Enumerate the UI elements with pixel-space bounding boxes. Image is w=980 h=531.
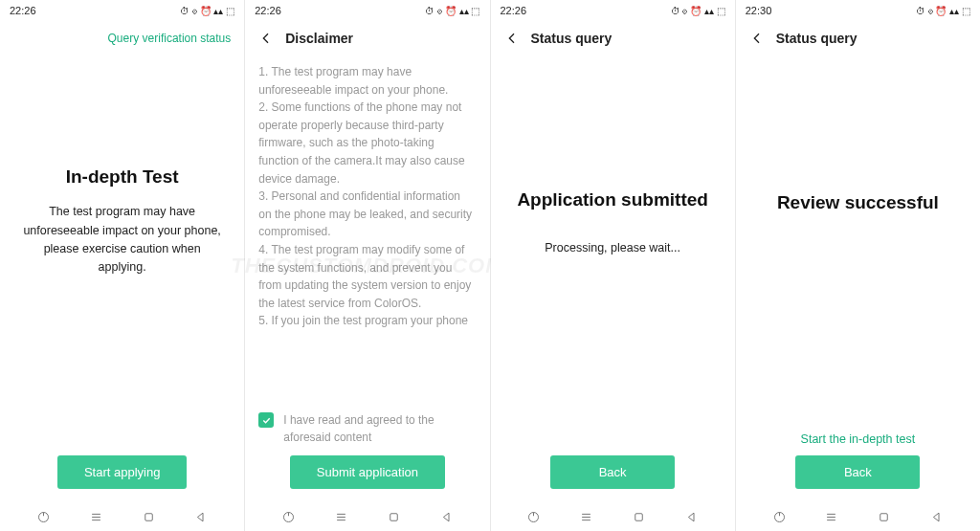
center-block: Review successful: [749, 55, 967, 423]
bottom-area: Submit application: [258, 446, 476, 502]
svg-rect-5: [145, 513, 152, 520]
status-bar: 22:30 ⏱ ⊘ ⏰ ▴▴ ⬚: [736, 0, 980, 21]
header-title: Status query: [531, 31, 612, 46]
svg-rect-11: [390, 513, 398, 520]
status-icons: ⏱ ⊘ ⏰ ▴▴ ⬚: [180, 6, 234, 16]
back-arrow-icon[interactable]: [749, 31, 765, 46]
navbar: [736, 502, 980, 531]
bottom-area: Back: [504, 446, 722, 502]
agree-row[interactable]: I have read and agreed to the aforesaid …: [258, 411, 476, 446]
power-icon[interactable]: [34, 508, 52, 525]
recents-icon[interactable]: [332, 508, 349, 525]
recents-icon[interactable]: [87, 508, 104, 525]
screen-disclaimer: THECUSTOMDROID.COM 22:26 ⏱ ⊘ ⏰ ▴▴ ⬚ Disc…: [245, 0, 489, 531]
topbar: Disclaimer: [245, 21, 489, 55]
back-arrow-icon[interactable]: [504, 31, 520, 46]
content: Application submitted Processing, please…: [491, 55, 735, 502]
back-arrow-icon[interactable]: [258, 31, 274, 46]
screen-indepth-test: 22:26 ⏱ ⊘ ⏰ ▴▴ ⬚ Query verification stat…: [0, 0, 244, 531]
svg-rect-17: [635, 513, 643, 520]
back-icon[interactable]: [192, 508, 210, 525]
clock: 22:26: [255, 5, 281, 16]
status-bar: 22:26 ⏱ ⊘ ⏰ ▴▴ ⬚: [491, 0, 735, 21]
topbar: Status query: [491, 21, 735, 55]
clock: 22:26: [501, 5, 527, 16]
processing-text: Processing, please wait...: [545, 241, 680, 254]
status-bar: 22:26 ⏱ ⊘ ⏰ ▴▴ ⬚: [245, 0, 489, 21]
page-title: Application submitted: [517, 189, 708, 210]
start-applying-button[interactable]: Start applying: [57, 455, 188, 489]
agree-checkbox[interactable]: [258, 412, 274, 428]
home-icon[interactable]: [876, 508, 893, 525]
page-description: The test program may have unforeseeable …: [19, 203, 225, 277]
back-icon[interactable]: [928, 508, 946, 525]
status-icons: ⏱ ⊘ ⏰ ▴▴ ⬚: [425, 6, 479, 16]
power-icon[interactable]: [280, 508, 298, 525]
power-icon[interactable]: [525, 508, 543, 525]
navbar: [245, 502, 489, 531]
topbar: Status query: [736, 21, 980, 55]
home-icon[interactable]: [385, 508, 402, 525]
submit-application-button[interactable]: Submit application: [290, 455, 445, 489]
page-title: Review successful: [777, 192, 939, 213]
agree-label: I have read and agreed to the aforesaid …: [283, 411, 476, 446]
header-title: Disclaimer: [285, 31, 353, 46]
screen-application-submitted: 22:26 ⏱ ⊘ ⏰ ▴▴ ⬚ Status query Applicatio…: [491, 0, 735, 531]
navbar: [0, 502, 244, 531]
navbar: [491, 502, 735, 531]
content: In-depth Test The test program may have …: [0, 55, 244, 502]
content: 1. The test program may have unforeseeab…: [245, 55, 489, 502]
recents-icon[interactable]: [823, 508, 840, 525]
center-block: In-depth Test The test program may have …: [13, 55, 231, 446]
screen-review-successful: 22:30 ⏱ ⊘ ⏰ ▴▴ ⬚ Status query Review suc…: [736, 0, 980, 531]
home-icon[interactable]: [631, 508, 648, 525]
bottom-area: Start applying: [13, 446, 231, 502]
power-icon[interactable]: [770, 508, 788, 525]
disclaimer-text: 1. The test program may have unforeseeab…: [258, 63, 476, 402]
header-title: Status query: [776, 31, 858, 46]
content: Review successful Start the in-depth tes…: [736, 55, 980, 502]
topbar: Query verification status: [0, 21, 244, 55]
recents-icon[interactable]: [578, 508, 595, 525]
status-icons: ⏱ ⊘ ⏰ ▴▴ ⬚: [916, 6, 970, 16]
back-button[interactable]: Back: [795, 455, 920, 489]
clock: 22:26: [10, 5, 36, 16]
start-indepth-test-link[interactable]: Start the in-depth test: [801, 432, 916, 446]
status-bar: 22:26 ⏱ ⊘ ⏰ ▴▴ ⬚: [0, 0, 244, 21]
page-title: In-depth Test: [66, 166, 179, 188]
query-verification-link[interactable]: Query verification status: [108, 32, 232, 45]
back-icon[interactable]: [437, 508, 455, 525]
status-icons: ⏱ ⊘ ⏰ ▴▴ ⬚: [671, 6, 725, 16]
back-button[interactable]: Back: [550, 455, 675, 489]
back-icon[interactable]: [682, 508, 700, 525]
home-icon[interactable]: [140, 508, 157, 525]
bottom-area: Start the in-depth test Back: [749, 423, 967, 502]
svg-rect-23: [880, 513, 888, 520]
clock: 22:30: [746, 5, 772, 16]
center-block: Application submitted Processing, please…: [504, 55, 722, 446]
